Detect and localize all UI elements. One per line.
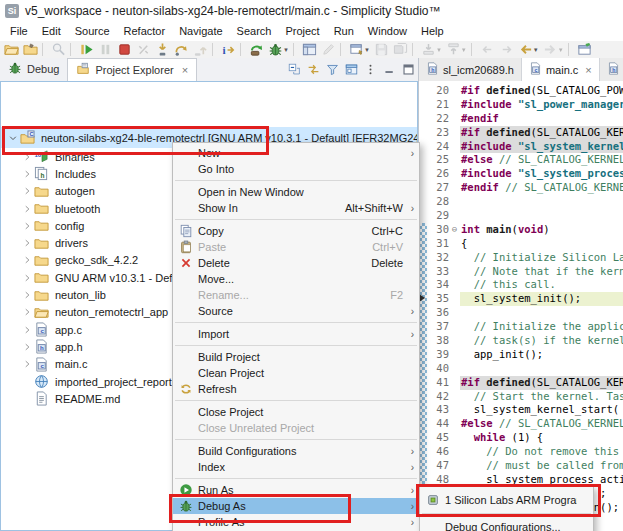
code-line-29[interactable]: 29 [419, 209, 623, 223]
chevron-down-icon[interactable] [5, 133, 20, 143]
code-editor[interactable]: 20 #if defined(SL_CATALOG_POW 21 #includ… [419, 81, 623, 531]
step-into-button[interactable] [153, 42, 172, 58]
menu-refactor[interactable]: Refactor [117, 23, 173, 39]
filter-button[interactable] [323, 61, 342, 79]
code-line-44[interactable]: 44 #else // SL_CATALOG_KERNEL [419, 417, 623, 431]
menu-window[interactable]: Window [361, 23, 414, 39]
back-small-button[interactable] [478, 42, 497, 58]
collapse-all-button[interactable] [285, 61, 304, 79]
dropdown-arrow-icon[interactable]: ▼ [558, 47, 564, 53]
menu-item-open-in-new-window[interactable]: Open in New Window [173, 184, 419, 200]
menu-project[interactable]: Project [278, 23, 326, 39]
code-line-25[interactable]: 25 #else // SL_CATALOG_KERNEL [419, 153, 623, 167]
maximize-button[interactable] [399, 61, 418, 79]
menu-item-show-in[interactable]: Show In Alt+Shift+W › [173, 200, 419, 216]
disconnect-button[interactable] [134, 42, 153, 58]
code-line-40[interactable]: 40 [419, 362, 623, 376]
menu-item-go-into[interactable]: Go Into [173, 161, 419, 177]
code-line-45[interactable]: 45 while (1) { [419, 431, 623, 445]
terminate-button[interactable] [115, 42, 134, 58]
code-line-39[interactable]: 39 app_init(); [419, 348, 623, 362]
code-line-41[interactable]: 41 #if defined(SL_CATALOG_KER [419, 376, 623, 390]
code-line-27[interactable]: 27 #endif // SL_CATALOG_KERNE [419, 181, 623, 195]
menu-item-clean-project[interactable]: Clean Project [173, 365, 419, 381]
chevron-right-icon[interactable] [19, 238, 34, 248]
view-menu-button[interactable] [361, 61, 380, 79]
step-return-button[interactable] [191, 42, 210, 58]
launch-run-button[interactable] [247, 42, 266, 58]
chevron-right-icon[interactable] [19, 342, 34, 352]
editor-tab-partial-2[interactable]: h [600, 58, 623, 81]
menu-item-refresh[interactable]: Refresh [173, 381, 419, 397]
menu-item-close-unrelated-project[interactable]: Close Unrelated Project [173, 420, 419, 436]
export-arrow-button[interactable]: ▼ [444, 42, 469, 58]
code-line-24[interactable]: 24 #include "sl_system_kernel [419, 140, 623, 154]
chevron-right-icon[interactable] [19, 359, 34, 369]
menu-item-index[interactable]: Index › [173, 459, 419, 475]
menu-item-delete[interactable]: Delete Delete [173, 255, 419, 271]
menu-item-build-configurations[interactable]: Build Configurations › [173, 443, 419, 459]
perspective-button[interactable] [300, 42, 319, 58]
menu-source[interactable]: Source [68, 23, 117, 39]
code-line-43[interactable]: 43 sl_system_kernel_start( [419, 403, 623, 417]
menu-item-paste[interactable]: Paste Ctrl+V [173, 239, 419, 255]
code-line-46[interactable]: 46 // Do not remove this [419, 445, 623, 459]
pause-button[interactable] [96, 42, 115, 58]
open-folder-button[interactable] [2, 42, 21, 58]
chevron-right-icon[interactable] [19, 186, 34, 196]
menu-item-close-project[interactable]: Close Project [173, 404, 419, 420]
dropdown-arrow-icon[interactable]: ▼ [364, 47, 370, 53]
dropdown-arrow-icon[interactable]: ▼ [461, 47, 467, 53]
fold-marker-icon[interactable]: ⊖ [449, 223, 460, 237]
menu-help[interactable]: Help [414, 23, 451, 39]
menu-item-run-as[interactable]: Run As › [173, 482, 419, 498]
new-window-button[interactable]: ▼ [347, 42, 372, 58]
menu-item-source[interactable]: Source › [173, 303, 419, 319]
code-line-38[interactable]: 38 // task(s) if the kernel [419, 334, 623, 348]
code-line-37[interactable]: 37 // Initialize the applic [419, 320, 623, 334]
resume-button[interactable] [77, 42, 96, 58]
code-line-21[interactable]: 21 #include "sl_power_manager [419, 98, 623, 112]
dropdown-arrow-icon[interactable]: ▼ [283, 47, 289, 53]
save-button[interactable] [372, 42, 391, 58]
code-line-30[interactable]: 30 ⊖ int main(void) [419, 223, 623, 237]
save-all-button[interactable] [391, 42, 410, 58]
submenu-item-debug-configurations[interactable]: Debug Configurations... [420, 516, 593, 531]
back-button[interactable]: ▼ [516, 42, 541, 58]
link-editor-button[interactable] [304, 61, 323, 79]
code-line-23[interactable]: 23 #if defined(SL_CATALOG_KER [419, 126, 623, 140]
menu-file[interactable]: File [3, 23, 35, 39]
pencil-button[interactable] [319, 42, 338, 58]
forward-button[interactable]: ▼ [541, 42, 566, 58]
chevron-right-icon[interactable] [19, 307, 34, 317]
code-line-48[interactable]: 48 sl_system_process_acti [419, 473, 623, 487]
run-last-button[interactable]: i [219, 42, 238, 58]
menu-run[interactable]: Run [327, 23, 361, 39]
menu-item-debug-as[interactable]: Debug As › [173, 498, 419, 514]
editor-tab-sl-icm20689-h[interactable]: hsl_icm20689.h [419, 58, 522, 81]
close-icon[interactable]: × [182, 64, 188, 76]
menu-item-copy[interactable]: Copy Ctrl+C [173, 223, 419, 239]
menu-navigate[interactable]: Navigate [172, 23, 229, 39]
dropdown-arrow-icon[interactable]: ▼ [436, 47, 442, 53]
chevron-right-icon[interactable] [19, 325, 34, 335]
chevron-right-icon[interactable] [19, 204, 34, 214]
chevron-right-icon[interactable] [19, 169, 34, 179]
chevron-right-icon[interactable] [19, 152, 34, 162]
code-line-34[interactable]: 34 // this call. [419, 278, 623, 292]
step-over-button[interactable] [172, 42, 191, 58]
code-line-47[interactable]: 47 // must be called from [419, 459, 623, 473]
menu-item-profile-as[interactable]: Profile As › [173, 514, 419, 530]
dropdown-arrow-icon[interactable]: ▼ [533, 47, 539, 53]
code-line-20[interactable]: 20 #if defined(SL_CATALOG_POW [419, 84, 623, 98]
menu-item-new[interactable]: New › [173, 145, 419, 161]
menu-edit[interactable]: Edit [35, 23, 68, 39]
code-line-35[interactable]: 35 sl_system_init(); [419, 292, 623, 306]
view-tab-debug[interactable]: Debug [0, 58, 67, 80]
console-button[interactable] [575, 42, 594, 58]
chevron-right-icon[interactable] [19, 290, 34, 300]
chevron-right-icon[interactable] [19, 255, 34, 265]
close-icon[interactable]: × [585, 64, 591, 76]
view-tab-project-explorer[interactable]: Project Explorer× [67, 58, 197, 82]
search-button[interactable] [49, 42, 68, 58]
